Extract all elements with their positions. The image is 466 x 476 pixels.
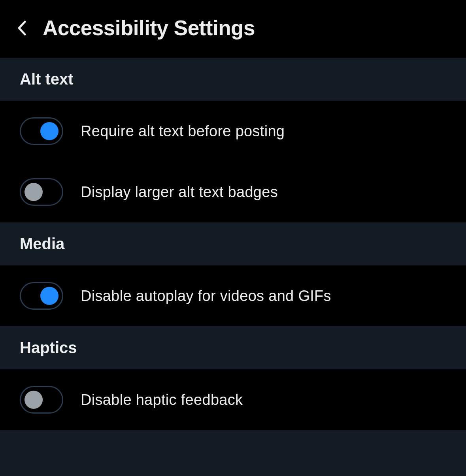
- setting-row: Display larger alt text badges: [0, 162, 466, 222]
- settings-group-media: Disable autoplay for videos and GIFs: [0, 265, 466, 326]
- settings-group-haptics: Disable haptic feedback: [0, 369, 466, 430]
- toggle-disable-autoplay[interactable]: [20, 282, 63, 310]
- setting-row: Require alt text before posting: [0, 101, 466, 162]
- settings-group-alt-text: Require alt text before posting Display …: [0, 101, 466, 222]
- section-header-haptics: Haptics: [0, 326, 466, 369]
- setting-label: Disable haptic feedback: [81, 391, 243, 408]
- header: Accessibility Settings: [0, 0, 466, 58]
- section-header-media: Media: [0, 222, 466, 265]
- setting-label: Display larger alt text badges: [81, 184, 278, 201]
- toggle-knob: [25, 183, 43, 201]
- toggle-larger-alt-badges[interactable]: [20, 178, 63, 206]
- footer-spacer: [0, 430, 466, 476]
- setting-row: Disable autoplay for videos and GIFs: [0, 265, 466, 326]
- toggle-disable-haptics[interactable]: [20, 386, 63, 414]
- setting-label: Disable autoplay for videos and GIFs: [81, 288, 331, 305]
- setting-label: Require alt text before posting: [81, 123, 285, 140]
- toggle-require-alt-text[interactable]: [20, 117, 63, 145]
- section-title: Media: [20, 235, 446, 253]
- section-title: Haptics: [20, 339, 446, 357]
- toggle-knob: [40, 287, 58, 305]
- toggle-knob: [25, 391, 43, 409]
- section-title: Alt text: [20, 70, 446, 88]
- section-header-alt-text: Alt text: [0, 58, 466, 101]
- back-button[interactable]: [16, 20, 28, 36]
- setting-row: Disable haptic feedback: [0, 369, 466, 430]
- toggle-knob: [40, 122, 58, 140]
- page-title: Accessibility Settings: [43, 16, 255, 40]
- chevron-left-icon: [17, 21, 26, 36]
